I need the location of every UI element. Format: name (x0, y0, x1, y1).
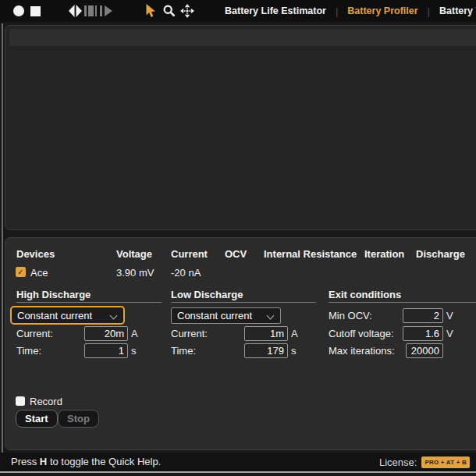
low-discharge-mode-value: Constant current (172, 311, 252, 321)
start-button[interactable]: Start (16, 410, 58, 428)
cutoff-voltage-input[interactable] (403, 326, 443, 341)
record-checkbox[interactable] (16, 396, 25, 406)
device-ace-checkbox[interactable]: ✓ (16, 267, 26, 277)
cutoff-voltage-label: Cutoff voltage: (329, 328, 394, 340)
chevron-down-icon (267, 312, 275, 320)
window-bottom-edge (0, 471, 476, 473)
min-ocv-input[interactable] (403, 308, 443, 323)
col-current: Current (171, 248, 208, 261)
low-current-input[interactable] (244, 326, 288, 341)
record-label: Record (30, 396, 62, 408)
tab-separator: | (336, 5, 338, 17)
license-badge: PRO + AT + B (421, 456, 470, 468)
tab-separator: | (428, 5, 430, 17)
low-current-unit: A (291, 328, 298, 339)
high-discharge-mode-select[interactable]: Constant current (10, 306, 125, 325)
high-time-unit: s (131, 345, 137, 357)
quick-help-hint: Press H to toggle the Quick Help. (11, 453, 161, 471)
license-area: License: PRO + AT + B (379, 453, 470, 471)
high-time-input[interactable] (84, 343, 128, 358)
profiler-control-panel: Devices Voltage Current OCV Internal Res… (5, 237, 476, 450)
high-discharge-mode-value: Constant current (12, 311, 92, 321)
high-current-label: Current: (16, 328, 53, 340)
col-devices: Devices (16, 248, 55, 261)
low-discharge-mode-select[interactable]: Constant current (171, 307, 281, 324)
device-name: Ace (30, 267, 48, 279)
low-discharge-rule (171, 302, 316, 303)
cutoff-voltage-unit: V (446, 328, 453, 339)
tab-battery-validator[interactable]: Battery Valid (439, 5, 476, 16)
zoom-icon[interactable] (162, 0, 176, 22)
low-discharge-title: Low Discharge (171, 289, 243, 301)
stop-icon[interactable] (30, 0, 41, 22)
toolbar: Battery Life Estimator | Battery Profile… (0, 0, 476, 22)
high-current-input[interactable] (84, 326, 128, 341)
col-discharge: Discharge (416, 248, 465, 261)
select-cursor-icon[interactable] (144, 0, 158, 22)
max-iterations-input[interactable] (406, 343, 443, 358)
low-current-label: Current: (171, 328, 208, 340)
low-time-label: Time: (171, 345, 196, 357)
stop-button[interactable]: Stop (58, 410, 99, 428)
low-time-input[interactable] (244, 343, 288, 358)
high-time-label: Time: (16, 345, 41, 357)
exit-conditions-title: Exit conditions (329, 289, 401, 301)
high-discharge-rule (16, 302, 162, 303)
status-bar: Press H to toggle the Quick Help. Licens… (0, 453, 476, 471)
col-ocv: OCV (225, 248, 247, 261)
record-icon[interactable] (12, 0, 25, 22)
chevron-down-icon (110, 312, 118, 320)
min-ocv-unit: V (446, 310, 453, 321)
col-voltage: Voltage (116, 248, 152, 261)
col-iteration: Iteration (364, 248, 404, 261)
view-tabs: Battery Life Estimator | Battery Profile… (225, 0, 476, 22)
max-iterations-label: Max iterations: (329, 345, 395, 357)
pan-icon[interactable] (180, 0, 194, 22)
plot-panel (5, 25, 476, 230)
frame-bars-icon[interactable] (84, 0, 97, 22)
device-voltage: 3.90 mV (116, 267, 154, 279)
plot-header-bar (9, 29, 476, 46)
tab-battery-profiler[interactable]: Battery Profiler (347, 5, 417, 16)
play-from-start-icon[interactable] (100, 0, 113, 22)
fit-horizontal-icon[interactable] (69, 0, 82, 22)
license-label: License: (379, 456, 417, 468)
device-current: -20 nA (171, 267, 201, 279)
tab-battery-life-estimator[interactable]: Battery Life Estimator (225, 5, 326, 16)
exit-conditions-rule (329, 302, 476, 303)
low-time-unit: s (291, 345, 297, 357)
min-ocv-label: Min OCV: (329, 310, 372, 322)
high-discharge-title: High Discharge (16, 289, 91, 301)
help-key: H (40, 456, 47, 467)
window-left-edge (2, 23, 3, 471)
col-internal-resistance: Internal Resistance (264, 248, 357, 261)
high-current-unit: A (131, 328, 138, 339)
